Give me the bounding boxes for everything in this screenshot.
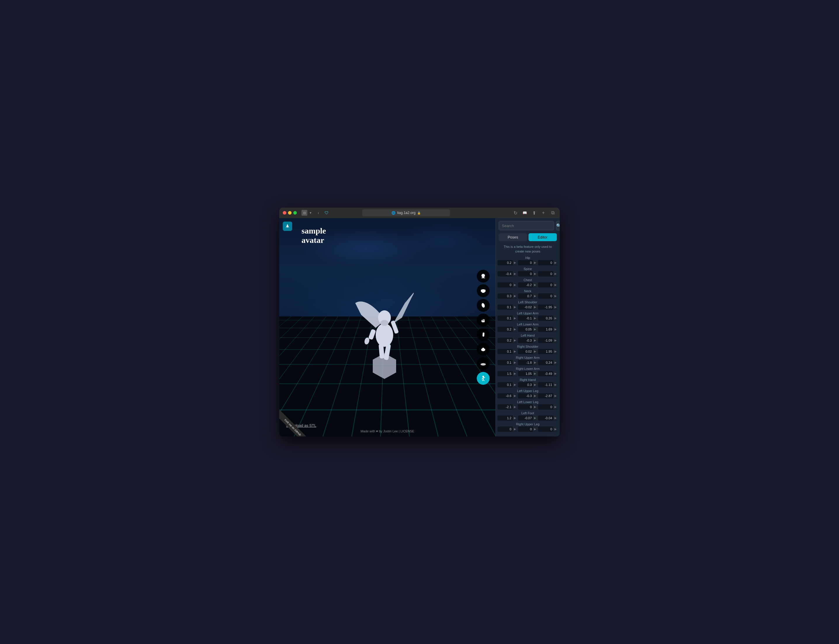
control-y-arrow[interactable]: ▶ [533,315,537,320]
control-y-input[interactable] [518,315,533,321]
control-y-input[interactable] [518,304,533,310]
control-x-arrow[interactable]: ▶ [513,382,518,387]
control-x-input[interactable] [498,271,513,276]
tab-editor[interactable]: Editor [529,233,557,241]
control-x-input[interactable] [498,360,513,365]
share-button[interactable]: ⬆ [531,209,537,216]
control-y-arrow[interactable]: ▶ [533,404,537,409]
control-y-arrow[interactable]: ▶ [533,349,537,354]
fork-ribbon[interactable]: Fork me on GitHub [279,410,308,437]
control-y-arrow[interactable]: ▶ [533,360,537,365]
control-y-input[interactable] [518,427,533,432]
avatar-model[interactable] [355,283,414,382]
control-x-arrow[interactable]: ▶ [513,371,518,376]
hand-button[interactable] [477,314,490,326]
control-z-arrow[interactable]: ▶ [553,271,558,276]
control-y-input[interactable] [518,271,533,276]
control-y-arrow[interactable]: ▶ [533,371,537,376]
control-x-input[interactable] [498,327,513,332]
control-z-input[interactable] [538,382,553,388]
extensions-button[interactable]: 🛡 [323,210,330,216]
control-x-arrow[interactable]: ▶ [513,304,518,309]
control-z-input[interactable] [538,327,553,332]
control-x-input[interactable] [498,393,513,399]
control-z-input[interactable] [538,260,553,265]
control-z-input[interactable] [538,427,553,432]
control-z-input[interactable] [538,371,553,376]
control-z-arrow[interactable]: ▶ [553,427,558,432]
control-z-arrow[interactable]: ▶ [553,360,558,365]
control-y-input[interactable] [518,393,533,399]
control-z-arrow[interactable]: ▶ [553,404,558,409]
control-x-arrow[interactable]: ▶ [513,271,518,276]
control-y-arrow[interactable]: ▶ [533,416,537,421]
control-y-input[interactable] [518,293,533,299]
control-y-arrow[interactable]: ▶ [533,338,537,343]
control-z-arrow[interactable]: ▶ [553,293,558,298]
control-z-arrow[interactable]: ▶ [553,327,558,332]
control-x-arrow[interactable]: ▶ [513,427,518,432]
control-z-input[interactable] [538,393,553,399]
control-x-input[interactable] [498,282,513,288]
search-button[interactable]: 🔍 [556,221,560,230]
control-z-arrow[interactable]: ▶ [553,416,558,421]
3d-viewport[interactable]: sample avatar [279,218,495,437]
control-y-input[interactable] [518,349,533,354]
control-x-arrow[interactable]: ▶ [513,282,518,287]
control-y-input[interactable] [518,282,533,288]
control-x-input[interactable] [498,371,513,376]
control-x-arrow[interactable]: ▶ [513,349,518,354]
tab-overview-button[interactable]: ⧉ [549,209,556,216]
control-x-input[interactable] [498,338,513,343]
control-y-arrow[interactable]: ▶ [533,260,537,265]
control-y-arrow[interactable]: ▶ [533,393,537,398]
control-x-input[interactable] [498,404,513,409]
control-y-input[interactable] [518,416,533,421]
control-z-input[interactable] [538,282,553,288]
control-z-arrow[interactable]: ▶ [553,349,558,354]
control-z-arrow[interactable]: ▶ [553,371,558,376]
minimize-button[interactable] [288,211,292,215]
nav-back-button[interactable]: ‹ [315,210,322,216]
control-x-input[interactable] [498,315,513,321]
control-z-arrow[interactable]: ▶ [553,393,558,398]
control-z-input[interactable] [538,271,553,276]
shadow-button[interactable] [477,357,490,370]
control-x-arrow[interactable]: ▶ [513,360,518,365]
pose-button[interactable] [477,372,490,385]
torso-button[interactable] [477,284,490,297]
control-y-arrow[interactable]: ▶ [533,271,537,276]
tab-poses[interactable]: Poses [499,233,527,241]
control-y-arrow[interactable]: ▶ [533,427,537,432]
control-x-arrow[interactable]: ▶ [513,260,518,265]
control-x-arrow[interactable]: ▶ [513,315,518,320]
control-z-input[interactable] [538,416,553,421]
control-y-input[interactable] [518,338,533,343]
arm-button[interactable] [477,299,490,312]
control-y-input[interactable] [518,260,533,265]
address-bar[interactable]: 🌐 liag.1a2.org 🔒 [362,209,450,216]
control-y-input[interactable] [518,327,533,332]
close-button[interactable] [283,211,286,215]
control-y-arrow[interactable]: ▶ [533,327,537,332]
sidebar-toggle[interactable]: ⊟ ▾ [302,210,312,216]
leg-button[interactable] [477,328,490,341]
control-z-arrow[interactable]: ▶ [553,282,558,287]
control-y-arrow[interactable]: ▶ [533,282,537,287]
control-x-input[interactable] [498,304,513,310]
control-x-arrow[interactable]: ▶ [513,393,518,398]
control-z-input[interactable] [538,360,553,365]
foot-button[interactable] [477,343,490,356]
control-x-arrow[interactable]: ▶ [513,416,518,421]
head-button[interactable] [477,270,490,283]
control-y-input[interactable] [518,371,533,376]
control-x-input[interactable] [498,349,513,354]
control-z-arrow[interactable]: ▶ [553,338,558,343]
control-x-input[interactable] [498,382,513,388]
control-x-arrow[interactable]: ▶ [513,293,518,298]
search-input[interactable] [499,221,554,230]
control-z-arrow[interactable]: ▶ [553,315,558,320]
reader-button[interactable]: 📖 [521,209,528,216]
control-x-arrow[interactable]: ▶ [513,338,518,343]
control-z-input[interactable] [538,338,553,343]
